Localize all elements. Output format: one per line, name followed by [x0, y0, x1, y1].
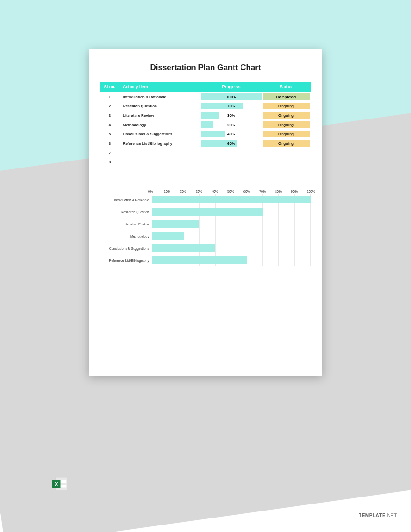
cell-progress: 20%	[201, 121, 262, 128]
cell-sl: 1	[100, 95, 119, 99]
cell-sl: 4	[100, 123, 119, 127]
document-page: Dissertation Plan Gantt Chart Sl no. Act…	[89, 49, 322, 376]
axis-tick: 40%	[212, 190, 218, 193]
axis-tick: 100%	[307, 190, 315, 193]
cell-activity: Research Question	[119, 104, 201, 108]
chart-bars: Introduction & RationaleResearch Questio…	[152, 194, 311, 266]
axis-tick: 10%	[164, 190, 170, 193]
cell-progress: 60%	[201, 140, 262, 147]
axis-tick: 20%	[180, 190, 186, 193]
axis-tick: 80%	[275, 190, 282, 193]
progress-label: 20%	[227, 123, 235, 127]
chart-bar	[152, 196, 311, 203]
axis-tick: 0%	[148, 190, 153, 193]
header-status: Status	[262, 84, 311, 89]
svg-text:X: X	[54, 481, 58, 488]
chart-row: Research Question	[152, 206, 311, 218]
cell-sl: 5	[100, 132, 119, 136]
header-activity: Activity Item	[119, 84, 201, 89]
chart-bar	[152, 220, 199, 228]
chart-row: Reference List/Bibliography	[152, 254, 311, 266]
progress-bar	[201, 112, 219, 119]
table-body: 1Introduction & Rationale100%Completed2R…	[100, 92, 311, 167]
cell-activity: Literature Review	[119, 113, 201, 118]
watermark-brand: TEMPLATE	[359, 513, 385, 518]
axis-tick: 50%	[227, 190, 234, 193]
table-row: 1Introduction & Rationale100%Completed	[100, 92, 311, 101]
axis-tick: 60%	[243, 190, 250, 193]
axis-tick: 70%	[259, 190, 266, 193]
cell-activity: Methodology	[119, 123, 201, 127]
table-row: 4Methodology20%Ongoing	[100, 120, 311, 129]
page-title: Dissertation Plan Gantt Chart	[100, 63, 311, 72]
chart-bar	[152, 244, 215, 252]
chart-bar	[152, 208, 263, 216]
cell-activity: Conclusions & Suggestions	[119, 132, 201, 136]
cell-status: Ongoing	[262, 103, 311, 109]
progress-label: 70%	[227, 104, 235, 108]
status-badge: Ongoing	[263, 121, 310, 128]
cell-sl: 2	[100, 104, 119, 108]
cell-sl: 3	[100, 113, 119, 118]
cell-status: Completed	[262, 93, 311, 100]
chart-row: Conclusions & Suggestions	[152, 242, 311, 254]
header-progress: Progress	[201, 84, 262, 89]
progress-label: 60%	[227, 141, 235, 146]
excel-icon: X	[51, 476, 68, 492]
table-row: 3Literature Review30%Ongoing	[100, 111, 311, 120]
cell-status: Ongoing	[262, 121, 311, 128]
cell-status: Ongoing	[262, 131, 311, 137]
cell-progress: 100%	[201, 93, 262, 100]
chart-bar	[152, 232, 184, 240]
cell-status: Ongoing	[262, 112, 311, 119]
table-row: 2Research Question70%Ongoing	[100, 101, 311, 111]
progress-bar	[201, 103, 243, 109]
status-badge: Completed	[263, 93, 310, 100]
cell-sl: 7	[100, 151, 119, 155]
status-badge: Ongoing	[263, 103, 310, 109]
chart-category-label: Literature Review	[100, 223, 152, 226]
chart-category-label: Conclusions & Suggestions	[100, 247, 152, 250]
table-row: 5Conclusions & Suggestions40%Ongoing	[100, 129, 311, 139]
chart-row: Methodology	[152, 230, 311, 242]
header-sl: Sl no.	[100, 84, 119, 89]
table-row: 6Reference List/Bibliography60%Ongoing	[100, 139, 311, 148]
table-row: 8	[100, 157, 311, 167]
cell-progress: 30%	[201, 112, 262, 119]
chart-bar	[152, 256, 247, 264]
chart-category-label: Introduction & Rationale	[100, 198, 152, 202]
axis-tick: 30%	[196, 190, 202, 193]
cell-activity: Reference List/Bibliography	[119, 141, 201, 146]
progress-label: 40%	[227, 132, 235, 136]
chart-area: 0%10%20%30%40%50%60%70%80%90%100% Introd…	[100, 190, 311, 266]
table-header: Sl no. Activity Item Progress Status	[100, 82, 311, 92]
progress-label: 100%	[227, 95, 236, 99]
status-badge: Ongoing	[263, 131, 310, 137]
status-badge: Ongoing	[263, 140, 310, 147]
cell-activity: Introduction & Rationale	[119, 95, 201, 99]
watermark: TEMPLATE.NET	[359, 513, 397, 518]
chart-row: Introduction & Rationale	[152, 194, 311, 206]
cell-progress: 40%	[201, 131, 262, 137]
chart-category-label: Reference List/Bibliography	[100, 259, 152, 262]
axis-tick: 90%	[291, 190, 298, 193]
progress-bar	[201, 131, 225, 137]
watermark-tld: .NET	[385, 513, 397, 518]
chart-category-label: Methodology	[100, 235, 152, 238]
chart-row: Literature Review	[152, 218, 311, 230]
chart-category-label: Research Question	[100, 210, 152, 214]
cell-progress: 70%	[201, 103, 262, 109]
progress-label: 30%	[227, 113, 235, 118]
cell-status: Ongoing	[262, 140, 311, 147]
status-badge: Ongoing	[263, 112, 310, 119]
cell-sl: 8	[100, 160, 119, 164]
table-row: 7	[100, 148, 311, 157]
svg-rect-1	[56, 478, 67, 480]
progress-bar	[201, 121, 213, 128]
cell-sl: 6	[100, 141, 119, 146]
